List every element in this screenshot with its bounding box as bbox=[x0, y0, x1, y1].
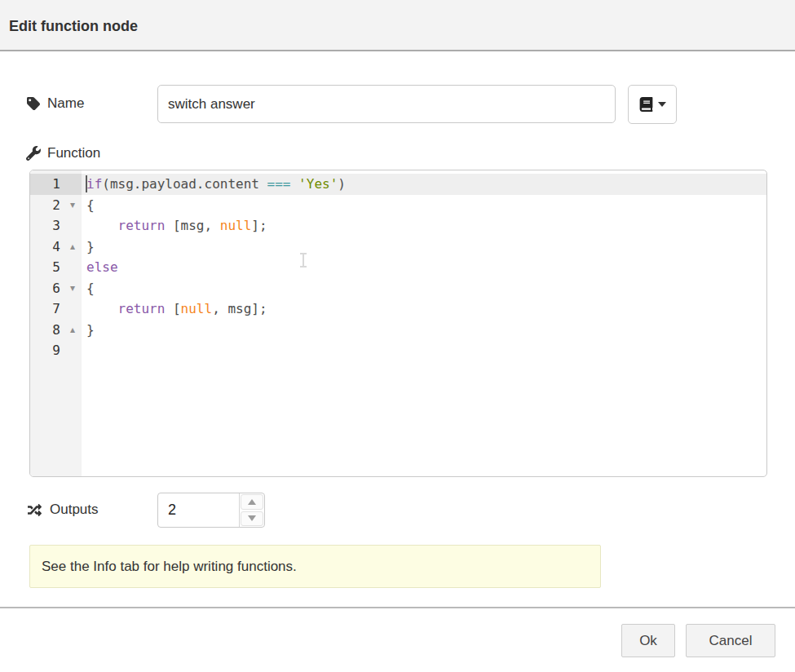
fold-toggle-icon[interactable]: ▴ bbox=[64, 324, 82, 335]
info-tip: See the Info tab for help writing functi… bbox=[29, 545, 601, 588]
name-input[interactable] bbox=[157, 85, 616, 123]
line-number: 5 bbox=[30, 259, 64, 275]
line-number: 2 bbox=[30, 197, 64, 213]
function-label-text: Function bbox=[47, 145, 100, 161]
line-number: 8 bbox=[30, 322, 64, 338]
code-token: } bbox=[86, 239, 95, 254]
code-line[interactable]: else bbox=[82, 257, 766, 278]
code-token: if bbox=[86, 176, 102, 192]
line-number: 3 bbox=[30, 218, 64, 233]
code-token bbox=[86, 218, 118, 233]
fold-toggle-icon[interactable]: ▴ bbox=[64, 241, 82, 252]
shuffle-icon bbox=[26, 503, 43, 517]
gutter-cell: 2▾ bbox=[30, 195, 82, 216]
code-line[interactable]: return [null, msg]; bbox=[82, 298, 766, 320]
tag-icon bbox=[26, 96, 41, 111]
spinner-down-button[interactable] bbox=[241, 511, 263, 527]
code-token: , msg]; bbox=[212, 301, 267, 316]
code-token: 'Yes' bbox=[298, 176, 338, 192]
code-token: [ bbox=[165, 301, 180, 316]
cancel-button[interactable]: Cancel bbox=[686, 624, 775, 657]
fold-toggle-icon[interactable]: ▾ bbox=[64, 282, 82, 294]
code-token: ) bbox=[338, 176, 346, 192]
gutter-cell: 6▾ bbox=[30, 278, 82, 299]
info-tip-text: See the Info tab for help writing functi… bbox=[42, 559, 297, 575]
code-token: ]; bbox=[251, 218, 267, 233]
code-token: } bbox=[86, 322, 95, 338]
code-line[interactable]: return [msg, null]; bbox=[82, 215, 766, 237]
text-caret bbox=[86, 175, 87, 192]
code-token bbox=[290, 176, 298, 192]
code-token: { bbox=[86, 281, 95, 296]
code-line[interactable]: { bbox=[82, 195, 766, 216]
gutter-cell: 1 bbox=[30, 174, 82, 195]
line-number: 9 bbox=[30, 343, 64, 358]
wrench-icon bbox=[26, 146, 41, 161]
code-editor[interactable]: 12▾34▴56▾78▴9 if(msg.payload.content ===… bbox=[29, 170, 767, 477]
ok-button[interactable]: Ok bbox=[621, 624, 675, 657]
library-button[interactable] bbox=[628, 85, 677, 124]
outputs-label: Outputs bbox=[26, 502, 99, 518]
spinner-up-button[interactable] bbox=[241, 494, 263, 510]
outputs-spinner bbox=[157, 493, 265, 528]
fold-toggle-icon[interactable]: ▾ bbox=[64, 199, 82, 210]
gutter-cell: 7 bbox=[30, 298, 82, 320]
code-token: return bbox=[118, 218, 166, 233]
name-label: Name bbox=[26, 95, 84, 112]
code-token: return bbox=[118, 301, 166, 316]
spinner-up-icon bbox=[248, 499, 256, 505]
code-token: null bbox=[181, 301, 213, 316]
footer-divider bbox=[0, 607, 795, 608]
gutter-cell: 3 bbox=[30, 215, 82, 237]
outputs-input[interactable] bbox=[158, 493, 239, 527]
code-lines[interactable]: if(msg.payload.content === 'Yes'){ retur… bbox=[82, 170, 766, 476]
name-label-text: Name bbox=[47, 95, 84, 112]
code-token: { bbox=[86, 197, 95, 213]
gutter-cell: 5 bbox=[30, 257, 82, 278]
code-token: null bbox=[220, 218, 252, 233]
outputs-label-text: Outputs bbox=[50, 502, 99, 518]
dialog-title: Edit function node bbox=[9, 18, 138, 35]
gutter: 12▾34▴56▾78▴9 bbox=[30, 170, 82, 476]
book-icon bbox=[639, 97, 653, 112]
code-token: === bbox=[267, 176, 291, 192]
code-line[interactable]: } bbox=[82, 237, 766, 258]
code-line[interactable]: { bbox=[82, 278, 766, 299]
spinner-down-icon bbox=[248, 515, 256, 521]
gutter-cell: 9 bbox=[30, 340, 82, 361]
line-number: 7 bbox=[30, 301, 64, 316]
code-line[interactable] bbox=[82, 340, 766, 361]
code-token: else bbox=[86, 259, 118, 275]
code-line[interactable]: if(msg.payload.content === 'Yes') bbox=[82, 174, 766, 195]
gutter-cell: 8▴ bbox=[30, 320, 82, 341]
function-label: Function bbox=[26, 145, 100, 161]
code-line[interactable]: } bbox=[82, 320, 766, 341]
mouse-ibeam-cursor bbox=[299, 252, 307, 268]
code-token: [msg, bbox=[165, 218, 219, 233]
dialog-header: Edit function node bbox=[0, 0, 795, 51]
code-token: (msg.payload.content bbox=[102, 176, 267, 192]
line-number: 1 bbox=[30, 176, 64, 192]
line-number: 4 bbox=[30, 239, 64, 254]
line-number: 6 bbox=[30, 281, 64, 296]
code-token bbox=[86, 301, 118, 316]
gutter-cell: 4▴ bbox=[30, 237, 82, 258]
chevron-down-icon bbox=[658, 102, 666, 107]
